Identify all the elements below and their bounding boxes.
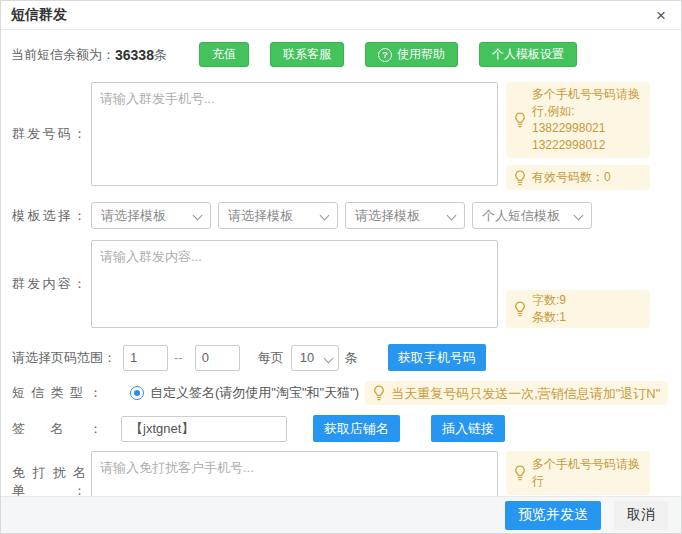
count-hint: 字数:9 条数:1 <box>506 290 650 328</box>
balance-label: 当前短信余额为： <box>11 46 115 64</box>
contact-support-button-label: 联系客服 <box>283 46 331 63</box>
valid-count-text: 有效号码数：0 <box>532 169 611 186</box>
personal-template-select[interactable]: 个人短信模板 <box>472 202 592 229</box>
dedupe-hint-text: 当天重复号码只发送一次,营销信息请加"退订N" <box>391 385 660 402</box>
bulk-content-textarea[interactable] <box>91 240 498 328</box>
recharge-button[interactable]: 充值 <box>199 42 249 67</box>
lightbulb-icon <box>373 385 385 401</box>
hint-line-2: 13822998021 <box>532 120 642 137</box>
template-select-2[interactable]: 请选择模板 <box>218 202 338 229</box>
page-to-input[interactable] <box>195 345 240 371</box>
per-page-unit: 条 <box>345 349 358 367</box>
msg-count: 条数:1 <box>532 309 566 326</box>
close-icon[interactable]: × <box>653 5 669 26</box>
cancel-button[interactable]: 取消 <box>614 501 668 530</box>
preview-and-send-label: 预览并发送 <box>518 506 588 522</box>
help-button[interactable]: ? 使用帮助 <box>365 42 458 67</box>
recharge-button-label: 充值 <box>212 46 236 63</box>
bulk-content-label: 群发内容： <box>12 275 86 293</box>
numbers-format-hint-text: 多个手机号号码请换行,例如: 13822998021 13222998012 <box>532 86 642 154</box>
template-select-1[interactable]: 请选择模板 <box>91 202 211 229</box>
lightbulb-icon <box>514 112 526 128</box>
balance-unit: 条 <box>154 46 167 64</box>
cancel-label: 取消 <box>627 506 655 522</box>
numbers-format-hint: 多个手机号号码请换行,例如: 13822998021 13222998012 <box>506 82 650 158</box>
dnd-list-label: 免打扰名单： <box>12 464 86 500</box>
radio-selected-icon <box>130 386 144 400</box>
char-count: 字数:9 <box>532 292 566 309</box>
valid-count-hint: 有效号码数：0 <box>506 165 650 190</box>
lightbulb-icon <box>514 170 526 186</box>
lightbulb-icon <box>514 301 526 317</box>
hint-line-3: 13222998012 <box>532 137 642 154</box>
sms-type-label: 短信类型： <box>12 384 102 402</box>
dialog-header: 短信群发 × <box>1 1 681 30</box>
bulk-numbers-label: 群发号码： <box>12 125 86 143</box>
template-select-1-value: 请选择模板 <box>101 207 166 225</box>
template-select-label: 模板选择： <box>12 207 86 225</box>
balance-value: 36338 <box>115 47 154 63</box>
dnd-format-hint: 多个手机号号码请换行 <box>506 451 650 495</box>
bulk-numbers-hints: 多个手机号号码请换行,例如: 13822998021 13222998012 有… <box>506 82 650 186</box>
personal-template-settings-button[interactable]: 个人模板设置 <box>479 42 577 67</box>
dnd-hints: 多个手机号号码请换行 <box>506 451 650 495</box>
insert-link-label: 插入链接 <box>442 420 494 438</box>
chevron-down-icon <box>574 211 584 221</box>
insert-link-button[interactable]: 插入链接 <box>431 415 505 442</box>
signature-row: 签名： 获取店铺名 插入链接 <box>1 415 681 442</box>
fetch-shop-name-button[interactable]: 获取店铺名 <box>313 415 400 442</box>
signature-input[interactable] <box>121 416 287 442</box>
template-select-2-value: 请选择模板 <box>228 207 293 225</box>
template-select-3-value: 请选择模板 <box>355 207 420 225</box>
fetch-phone-numbers-label: 获取手机号码 <box>398 349 476 367</box>
template-select-row: 模板选择： 请选择模板 请选择模板 请选择模板 个人短信模板 <box>1 202 681 229</box>
dnd-format-hint-text: 多个手机号号码请换行 <box>532 456 642 490</box>
fetch-shop-name-label: 获取店铺名 <box>324 420 389 438</box>
signature-label: 签名： <box>12 420 102 438</box>
page-range-row: 请选择页码范围： -- 每页 10 条 获取手机号码 <box>1 344 681 371</box>
balance-toolbar-row: 当前短信余额为：36338条 充值 联系客服 ? 使用帮助 个人模板设置 <box>11 42 681 67</box>
count-hint-text: 字数:9 条数:1 <box>532 292 566 326</box>
dialog-title: 短信群发 <box>11 6 67 24</box>
custom-signature-radio-label: 自定义签名(请勿使用"淘宝"和"天猫") <box>150 384 359 402</box>
preview-and-send-button[interactable]: 预览并发送 <box>505 501 601 530</box>
personal-template-settings-label: 个人模板设置 <box>492 46 564 63</box>
page-from-input[interactable] <box>123 345 168 371</box>
bulk-numbers-textarea[interactable] <box>91 82 498 186</box>
dedupe-hint: 当天重复号码只发送一次,营销信息请加"退订N" <box>365 381 668 405</box>
chevron-down-icon <box>447 211 457 221</box>
template-select-3[interactable]: 请选择模板 <box>345 202 465 229</box>
sms-type-row: 短信类型： 自定义签名(请勿使用"淘宝"和"天猫") 当天重复号码只发送一次,营… <box>1 381 681 405</box>
custom-signature-radio[interactable]: 自定义签名(请勿使用"淘宝"和"天猫") <box>130 384 359 402</box>
fetch-phone-numbers-button[interactable]: 获取手机号码 <box>388 344 486 371</box>
page-range-label: 请选择页码范围： <box>12 349 116 367</box>
lightbulb-icon <box>514 465 526 481</box>
chevron-down-icon <box>323 353 333 363</box>
per-page-select[interactable]: 10 <box>291 345 339 371</box>
content-hints: 字数:9 条数:1 <box>506 240 650 328</box>
bulk-numbers-row: 群发号码： 多个手机号号码请换行,例如: 13822998021 1322299… <box>1 82 681 186</box>
help-button-label: 使用帮助 <box>397 46 445 63</box>
contact-support-button[interactable]: 联系客服 <box>270 42 344 67</box>
personal-template-select-value: 个人短信模板 <box>482 207 560 225</box>
chevron-down-icon <box>193 211 203 221</box>
range-separator: -- <box>174 350 183 365</box>
question-circle-icon: ? <box>378 48 392 62</box>
per-page-value: 10 <box>300 350 314 365</box>
per-page-label: 每页 <box>258 349 284 367</box>
bulk-content-row: 群发内容： 字数:9 条数:1 <box>1 240 681 328</box>
hint-line-1: 多个手机号号码请换行,例如: <box>532 86 642 120</box>
chevron-down-icon <box>320 211 330 221</box>
sms-bulk-dialog: 短信群发 × 当前短信余额为：36338条 充值 联系客服 ? 使用帮助 个人模… <box>0 0 682 534</box>
dialog-footer: 预览并发送 取消 <box>1 496 681 533</box>
